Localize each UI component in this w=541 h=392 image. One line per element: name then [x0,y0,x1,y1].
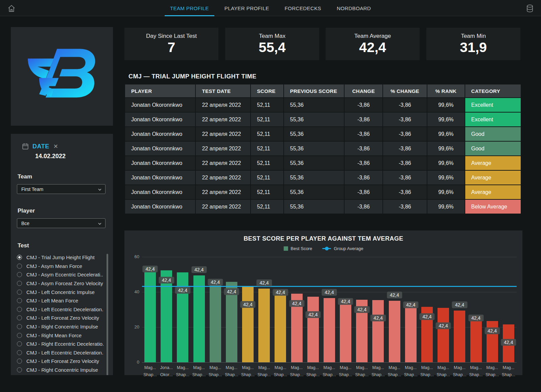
cell-change: -3,86 [345,156,382,170]
bar-data-label: 42,4 [142,266,158,272]
x-axis-label: Mag...Shap... [337,364,354,379]
bar[interactable] [438,308,449,362]
x-axis-label: Mag...Shap... [419,364,435,379]
cell-previous-score: 55,36 [284,142,344,155]
nav-tab-nordboard[interactable]: NORDBOARD [331,0,376,16]
test-radio-option[interactable]: CMJ - Left Eccentric Deceleration... [17,305,103,314]
cell--rank: 99,6% [427,98,464,112]
team-select[interactable]: First Team [17,184,105,194]
player-select[interactable]: Все [17,218,105,228]
nav-tab-forcedecks[interactable]: FORCEDECKS [279,0,327,16]
column-header-change[interactable]: CHANGE [345,84,382,97]
test-radio-option[interactable]: CMJ - Trial Jump Height Flight [17,253,103,262]
test-list-scrollbar[interactable] [107,254,108,375]
column-header--change[interactable]: % CHANGE [383,84,427,97]
table-row[interactable]: Jonatan Okoronnkwo22 апреля 202252,1155,… [125,113,521,126]
nav-tab-team-profile[interactable]: TEAM PROFILE [165,0,214,16]
chart-x-labels: Mag...Shap...Jona...Okor...Mag...Shap...… [142,364,517,379]
bar-slot: 42,4 [435,257,451,362]
radio-icon [17,290,22,295]
database-icon[interactable] [526,4,534,13]
date-filter-close-icon[interactable]: ✕ [53,143,58,150]
table-row[interactable]: Jonatan Okoronnkwo22 апреля 202252,1155,… [125,98,521,112]
gridline-0 [142,362,517,363]
test-radio-option[interactable]: CMJ - Left Forceat Zero Velocity [17,314,103,322]
test-option-label: CMJ - Asym Eccentric Decelerati... [26,272,103,277]
bar[interactable] [242,287,254,362]
bar[interactable] [405,302,417,362]
player-filter-label: Player [17,207,107,214]
bar-slot: 42,4 [256,257,272,362]
cell--change: -3,86 [383,142,427,155]
table-row[interactable]: Jonatan Okoronnkwo22 апреля 202252,1155,… [125,142,521,155]
bar-slot: 42,4 [272,257,288,362]
legend-group-average[interactable]: Group Average [322,246,363,251]
radio-icon [17,255,22,260]
test-radio-option[interactable]: CMJ - Asym Eccentric Decelerati... [17,270,103,279]
bar-slot: 42,4 [484,257,500,362]
bar[interactable] [144,267,156,362]
bar-slot: 42,4 [386,257,403,362]
bar[interactable] [210,280,221,362]
column-header-score[interactable]: SCORE [251,84,283,97]
column-header-player[interactable]: PLAYER [125,84,195,97]
category-badge: Excellent [465,113,521,126]
test-radio-option[interactable]: CMJ - Asym Mean Force [17,262,103,271]
nav-tab-player-profile[interactable]: PLAYER PROFILE [219,0,275,16]
column-header-category[interactable]: CATEGORY [465,84,521,97]
test-radio-option[interactable]: CMJ - Left Concentric Impulse [17,288,103,296]
table-row[interactable]: Jonatan Okoronnkwo22 апреля 202252,1155,… [125,156,521,170]
table-row[interactable]: Jonatan Okoronnkwo22 апреля 202252,1155,… [125,185,521,199]
column-header-previous-score[interactable]: PREVIOUS SCORE [284,84,344,97]
test-radio-option[interactable]: CMJ - Right Concentric Impulse [17,366,103,374]
bar-data-label: 42,4 [273,289,288,296]
table-row[interactable]: Jonatan Okoronnkwo22 апреля 202252,1155,… [125,171,521,185]
filter-panel: DATE ✕ 14.02.2022 Team First Team Player… [11,134,113,375]
cell-test-date: 22 апреля 2022 [196,113,250,126]
stat-card-label: Team Average [354,33,391,40]
cell--change: -3,86 [383,156,427,170]
test-radio-option[interactable]: CMJ - Left Forceat Zero Velocity [17,357,103,366]
bar[interactable] [193,275,205,362]
chevron-down-icon [98,221,102,225]
bar[interactable] [389,301,400,362]
legend-best-score[interactable]: Best Score [284,246,312,251]
bar[interactable] [258,289,270,362]
date-filter-value: 14.02.2022 [17,153,107,160]
radio-icon [17,315,22,320]
chart-title: BEST SCORE PER PLAYER AGAINST TEM AVERAG… [124,235,522,242]
radio-icon [17,359,22,364]
bar[interactable] [372,300,384,362]
test-radio-option[interactable]: CMJ - Asym Forceat Zero Velocity [17,279,103,288]
bar[interactable] [324,298,335,362]
test-radio-option[interactable]: CMJ - Right Mean Force [17,331,103,340]
bar[interactable] [275,290,286,362]
test-radio-option[interactable]: CMJ - Left Mean Force [17,296,103,305]
column-header-test-date[interactable]: TEST DATE [196,84,250,97]
bar[interactable] [470,316,482,362]
cell-player: Jonatan Okoronnkwo [125,127,195,141]
bar-data-label: 42,4 [485,327,500,334]
column-header--rank[interactable]: % RANK [427,84,464,97]
bar-slot: 42,4 [468,257,484,362]
radio-icon [17,307,22,312]
bar[interactable] [161,270,172,362]
test-radio-option[interactable]: CMJ - Left Eccentric Deceleration... [17,348,103,357]
bar[interactable] [307,297,319,362]
bar[interactable] [340,299,351,362]
cell--change: -3,86 [383,113,427,126]
table-row[interactable]: Jonatan Okoronnkwo22 апреля 202252,1155,… [125,127,521,141]
x-axis-label: Mag...Shap... [207,364,224,379]
cell-change: -3,86 [345,185,382,199]
bar[interactable] [454,311,465,362]
table-row[interactable]: Jonatan Okoronnkwo22 апреля 202252,1155,… [125,200,521,214]
test-radio-option[interactable]: CMJ - Right Eccentric Deceleratio... [17,340,103,348]
radio-icon [17,298,22,303]
cell-score: 52,11 [251,156,283,170]
bar-slot: 42,4 [289,257,305,362]
cell-score: 52,11 [251,142,283,155]
test-radio-option[interactable]: CMJ - Right Concentric Impulse [17,322,103,331]
test-radio-option[interactable]: CMJ - Right Mean Force [17,374,103,375]
cell-change: -3,86 [345,171,382,185]
bar-slot: 42,4 [158,257,174,362]
